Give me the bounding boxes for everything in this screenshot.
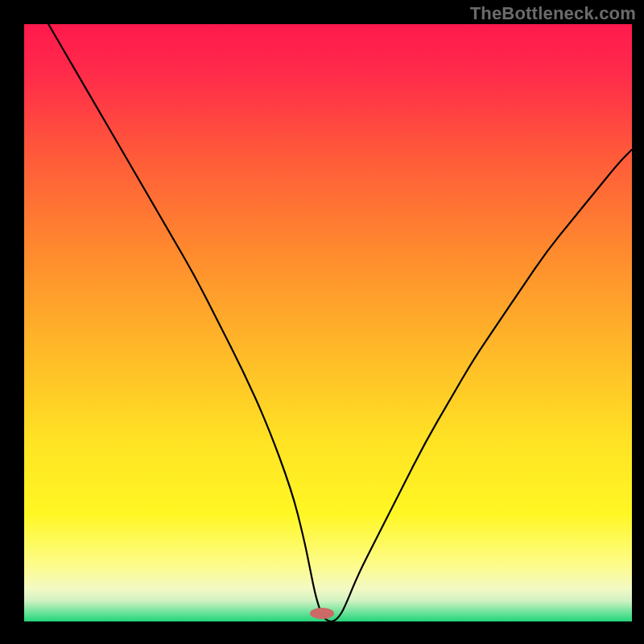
chart-stage: TheBottleneck.com [0,0,644,644]
optimum-marker [310,608,334,619]
bottleneck-chart [0,0,644,644]
gradient-background [24,24,632,621]
watermark-text: TheBottleneck.com [470,3,636,24]
